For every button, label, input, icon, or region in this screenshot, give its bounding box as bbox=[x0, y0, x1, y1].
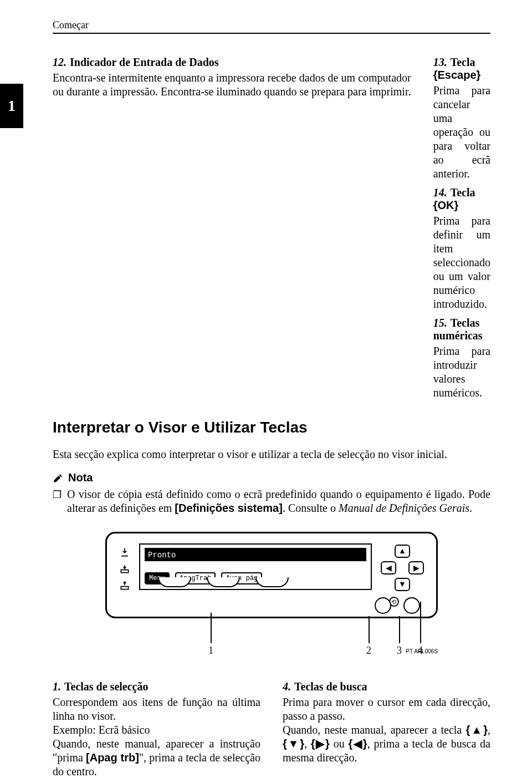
callout-2: 2 bbox=[366, 645, 371, 657]
lcd-status: Pronto bbox=[148, 551, 176, 560]
item-15-num: 15. bbox=[433, 317, 447, 329]
b4-k1: {▲} bbox=[466, 724, 488, 736]
item-b1-line2: Exemplo: Ecrã básico bbox=[53, 723, 260, 737]
left-button[interactable]: ◀ bbox=[381, 561, 396, 574]
item-12-heading: 12.Indicador de Entrada de Dados bbox=[53, 56, 411, 69]
item-13-prefix: Tecla bbox=[451, 56, 475, 68]
b4-k4: {◀} bbox=[349, 738, 367, 750]
down-button[interactable]: ▼ bbox=[395, 578, 410, 591]
data-in-icon bbox=[119, 547, 130, 558]
item-13-body: Prima para cancelar uma operação ou para… bbox=[433, 84, 490, 181]
note-label: Nota bbox=[68, 471, 93, 484]
display-panel-figure: Pronto Menu ApagTrab Avan pág ▲ ◀ ▶ ▼ bbox=[53, 532, 490, 658]
item-b4-title: Teclas de busca bbox=[294, 680, 367, 693]
item-b4-heading: 4.Teclas de busca bbox=[283, 680, 490, 693]
item-b4-composite: Quando, neste manual, aparecer a tecla {… bbox=[283, 723, 490, 765]
item-14-prefix: Tecla bbox=[451, 186, 475, 199]
item-14-body: Prima para definir um item seleccionado … bbox=[433, 214, 490, 311]
running-header: Começar bbox=[53, 19, 490, 34]
softkey-2[interactable] bbox=[207, 577, 240, 587]
tray-down-icon bbox=[119, 563, 130, 574]
b4-s3: ou bbox=[330, 738, 349, 750]
note-d: Manual de Definições Gerais bbox=[339, 502, 469, 514]
right-button[interactable]: ▶ bbox=[408, 561, 424, 574]
item-b1-line1: Correspondem aos itens de função na últi… bbox=[53, 695, 260, 723]
section-intro: Esta secção explica como interpretar o v… bbox=[53, 448, 490, 461]
item-12-title: Indicador de Entrada de Dados bbox=[70, 56, 219, 68]
item-14-heading: 14.Tecla {OK} bbox=[433, 186, 490, 212]
b4-s1: , bbox=[488, 724, 490, 736]
escape-button[interactable] bbox=[375, 597, 391, 614]
status-icons bbox=[119, 543, 130, 591]
note-e: . bbox=[469, 502, 472, 514]
b4-a: Quando, neste manual, aparecer a tecla bbox=[283, 724, 466, 736]
figure-id: PT ARL006S bbox=[406, 648, 438, 654]
item-14-key: {OK} bbox=[433, 199, 459, 211]
ok-button[interactable] bbox=[403, 597, 420, 614]
item-13-key: {Escape} bbox=[433, 69, 481, 81]
note-body: O visor de cópia está definido como o ec… bbox=[53, 487, 490, 515]
item-12-num: 12. bbox=[53, 56, 66, 68]
item-b1-cb: [Apag trb] bbox=[86, 751, 139, 764]
callout-1: 1 bbox=[208, 645, 213, 657]
item-13-num: 13. bbox=[433, 56, 447, 68]
section-heading: Interpretar o Visor e Utilizar Teclas bbox=[53, 419, 490, 436]
item-15-heading: 15.Teclas numéricas bbox=[433, 317, 490, 342]
item-b4-line1: Prima para mover o cursor em cada direcç… bbox=[283, 695, 490, 723]
chapter-tab: 1 bbox=[0, 84, 23, 128]
item-13-heading: 13.Tecla {Escape} bbox=[433, 56, 490, 82]
note-b: [Definições sistema] bbox=[175, 502, 283, 514]
tray-up-icon bbox=[119, 580, 130, 591]
figure-callouts: 1 2 3 4 PT ARL006S bbox=[105, 618, 438, 658]
item-b1-composite: Quando, neste manual, aparecer a instruç… bbox=[53, 737, 260, 779]
item-15-body: Prima para introduzir valores numéricos. bbox=[433, 344, 490, 400]
item-b1-title: Teclas de selecção bbox=[64, 680, 148, 693]
b4-s2: , bbox=[304, 738, 311, 750]
item-b4-num: 4. bbox=[283, 680, 291, 693]
pencil-icon bbox=[53, 472, 64, 484]
item-12-body: Encontra-se intermitente enquanto a impr… bbox=[53, 71, 411, 99]
item-b1-num: 1. bbox=[53, 680, 61, 693]
item-14-num: 14. bbox=[433, 186, 447, 199]
callout-3: 3 bbox=[397, 645, 402, 657]
b4-k2: {▼} bbox=[283, 738, 304, 750]
softkey-3[interactable] bbox=[255, 577, 289, 587]
softkey-1[interactable] bbox=[158, 577, 191, 587]
b4-k3: {▶} bbox=[311, 738, 330, 750]
up-button[interactable]: ▲ bbox=[395, 545, 410, 558]
note-c: . Consulte o bbox=[283, 502, 339, 514]
item-b1-heading: 1.Teclas de selecção bbox=[53, 680, 260, 693]
note-label-row: Nota bbox=[53, 471, 490, 484]
